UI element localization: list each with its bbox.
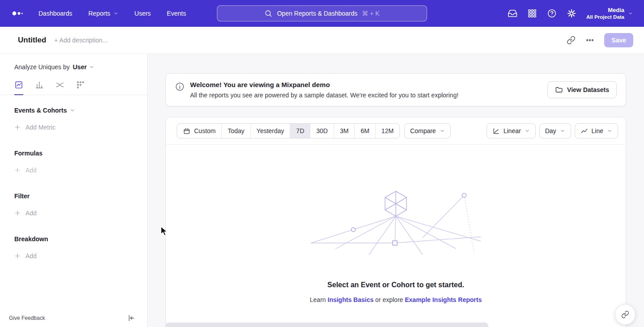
copy-link-icon[interactable] bbox=[567, 36, 576, 45]
project-name: Media bbox=[586, 7, 624, 14]
date-range-label: Yesterday bbox=[257, 127, 284, 134]
date-range-30d[interactable]: 30D bbox=[310, 124, 334, 138]
add-formula-label: Add bbox=[25, 167, 37, 174]
title-bar: Untitled + Add description... Save bbox=[0, 27, 644, 54]
add-filter-label: Add bbox=[25, 210, 37, 217]
empty-state-text: Learn bbox=[310, 296, 326, 303]
collapse-sidebar-icon[interactable] bbox=[127, 314, 136, 322]
nav-item-events[interactable]: Events bbox=[167, 10, 186, 17]
project-subtitle: All Project Data bbox=[586, 14, 624, 20]
analyze-by-dropdown[interactable]: User bbox=[73, 63, 94, 71]
calendar-icon bbox=[183, 127, 191, 135]
chevron-down-icon bbox=[607, 128, 612, 134]
nav-item-label: Events bbox=[167, 10, 186, 17]
save-button[interactable]: Save bbox=[604, 33, 633, 47]
inbox-icon[interactable] bbox=[508, 8, 517, 18]
compare-button[interactable]: Compare bbox=[404, 123, 451, 138]
chart-type-dropdown[interactable]: Line bbox=[575, 123, 618, 138]
tab-retention[interactable] bbox=[76, 80, 85, 95]
date-range-label: Custom bbox=[194, 127, 216, 134]
help-icon[interactable] bbox=[547, 8, 557, 18]
nav-item-users[interactable]: Users bbox=[135, 10, 151, 17]
search-placeholder: Open Reports & Dashboards bbox=[277, 10, 357, 17]
date-range-yesterday[interactable]: Yesterday bbox=[250, 124, 290, 138]
chevron-down-icon bbox=[525, 128, 530, 134]
report-description-placeholder[interactable]: + Add description... bbox=[54, 37, 107, 44]
settings-gear-icon[interactable] bbox=[567, 8, 576, 18]
give-feedback-link[interactable]: Give Feedback bbox=[9, 315, 45, 321]
example-reports-link[interactable]: Example Insights Reports bbox=[405, 296, 482, 303]
date-range-label: 12M bbox=[381, 127, 394, 134]
share-link-fab[interactable] bbox=[615, 304, 636, 325]
primary-nav: Dashboards Reports Users Events bbox=[38, 10, 186, 17]
banner-subtitle: All the reports you see are powered by a… bbox=[190, 92, 458, 99]
main-content: Welcome! You are viewing a Mixpanel demo… bbox=[148, 54, 644, 327]
add-breakdown-button[interactable]: Add bbox=[14, 252, 133, 260]
insights-basics-link[interactable]: Insights Basics bbox=[328, 296, 374, 303]
tab-insights[interactable] bbox=[14, 80, 23, 95]
add-formula-button[interactable]: Add bbox=[14, 167, 133, 174]
search-input[interactable]: Open Reports & Dashboards ⌘ + K bbox=[217, 5, 427, 21]
report-toolbar: Custom Today Yesterday 7D 30D 3M 6M 12M … bbox=[166, 117, 626, 145]
analyze-label: Analyze Uniques by bbox=[14, 63, 70, 71]
plus-icon bbox=[14, 253, 21, 259]
events-cohorts-header[interactable]: Events & Cohorts bbox=[14, 107, 133, 114]
demo-welcome-banner: Welcome! You are viewing a Mixpanel demo… bbox=[165, 73, 626, 106]
chevron-down-icon bbox=[560, 128, 565, 134]
breakdown-title: Breakdown bbox=[14, 235, 133, 243]
date-range-3m[interactable]: 3M bbox=[334, 124, 354, 138]
date-range-6m[interactable]: 6M bbox=[354, 124, 375, 138]
report-title[interactable]: Untitled bbox=[18, 36, 46, 45]
empty-state: Select an Event or Cohort to get started… bbox=[166, 189, 626, 303]
top-nav: Dashboards Reports Users Events Open Rep… bbox=[0, 0, 644, 27]
report-type-tabs bbox=[0, 78, 147, 95]
project-info: Media All Project Data bbox=[586, 7, 624, 21]
tab-funnels[interactable] bbox=[35, 80, 44, 95]
chevron-down-icon bbox=[89, 64, 94, 70]
info-icon bbox=[175, 82, 185, 92]
plus-icon bbox=[14, 210, 21, 216]
add-metric-label: Add Metric bbox=[25, 124, 55, 131]
flows-icon bbox=[55, 80, 64, 89]
mixpanel-logo-icon[interactable] bbox=[11, 8, 26, 19]
nav-item-dashboards[interactable]: Dashboards bbox=[38, 10, 72, 17]
bar-chart-icon bbox=[35, 80, 44, 89]
search-shortcut: ⌘ + K bbox=[362, 10, 379, 17]
nav-item-reports[interactable]: Reports bbox=[89, 10, 119, 17]
date-range-custom[interactable]: Custom bbox=[177, 124, 221, 138]
empty-state-illustration bbox=[311, 189, 481, 258]
search-icon bbox=[264, 9, 272, 17]
plus-icon bbox=[14, 124, 21, 130]
retention-dots-icon bbox=[76, 80, 85, 89]
scale-label: Linear bbox=[504, 127, 521, 134]
chart-type-label: Line bbox=[592, 127, 603, 134]
chevron-down-icon bbox=[628, 11, 633, 16]
apps-grid-icon[interactable] bbox=[527, 8, 537, 18]
horizontal-scrollbar[interactable] bbox=[165, 323, 488, 327]
more-options-icon[interactable] bbox=[585, 36, 594, 45]
add-metric-button[interactable]: Add Metric bbox=[14, 124, 133, 131]
date-range-label: Today bbox=[228, 127, 244, 134]
query-builder-sidebar: Analyze Uniques by User bbox=[0, 54, 148, 327]
tab-flows[interactable] bbox=[55, 80, 64, 95]
empty-state-text: or explore bbox=[375, 296, 403, 303]
interval-dropdown[interactable]: Day bbox=[539, 123, 571, 138]
date-range-12m[interactable]: 12M bbox=[375, 124, 399, 138]
date-range-control: Custom Today Yesterday 7D 30D 3M 6M 12M bbox=[177, 123, 400, 138]
breakdown-section: Breakdown Add bbox=[0, 235, 147, 260]
date-range-today[interactable]: Today bbox=[221, 124, 250, 138]
scale-dropdown[interactable]: Linear bbox=[487, 123, 536, 138]
date-range-label: 3M bbox=[340, 127, 348, 134]
interval-label: Day bbox=[545, 127, 556, 134]
date-range-label: 30D bbox=[316, 127, 328, 134]
project-selector[interactable]: Media All Project Data bbox=[586, 7, 633, 21]
folder-icon bbox=[555, 86, 563, 94]
chevron-down-icon bbox=[113, 11, 119, 16]
add-filter-button[interactable]: Add bbox=[14, 210, 133, 217]
line-chart-icon bbox=[580, 127, 588, 135]
chevron-down-icon bbox=[440, 128, 445, 134]
title-bar-actions: Save bbox=[567, 33, 633, 47]
filter-section: Filter Add bbox=[0, 193, 147, 217]
date-range-7d[interactable]: 7D bbox=[290, 124, 310, 138]
view-datasets-button[interactable]: View Datasets bbox=[547, 81, 617, 98]
